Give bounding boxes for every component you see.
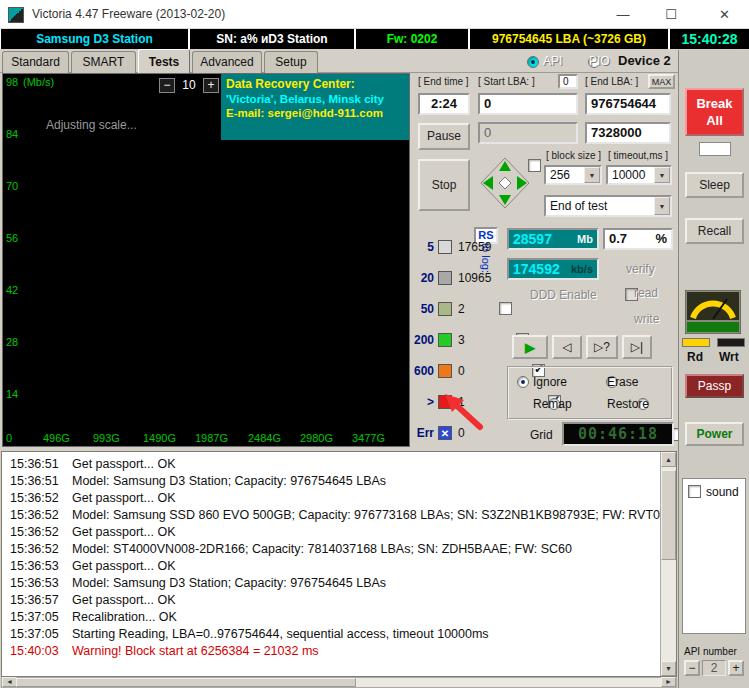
end-time-field[interactable]: 2:24 (418, 93, 470, 115)
timeout-value: 10000 (612, 168, 645, 182)
scroll-down-icon[interactable]: ▼ (661, 661, 676, 676)
data-recovery-banner: Data Recovery Center: 'Victoria', Belaru… (221, 74, 409, 140)
bucket-color-square (438, 364, 452, 378)
horizontal-scroll-thumb[interactable] (16, 678, 356, 687)
log-line: 15:36:52Get passport... OK (2, 524, 676, 541)
api-number-down-button[interactable]: − (684, 660, 700, 676)
write-label: write (634, 312, 659, 326)
tab-advanced[interactable]: Advanced (192, 51, 262, 73)
start-lba-mini-field[interactable]: 0 (558, 74, 578, 89)
log-time: 15:36:53 (10, 575, 72, 592)
tab-tests[interactable]: Tests (138, 49, 190, 73)
scale-minus-button[interactable]: − (159, 78, 175, 93)
log-text: Starting Reading, LBA=0..976754644, sequ… (72, 627, 489, 641)
y-axis-label: 98 (6, 76, 18, 88)
block-counter-field: 7328000 (585, 122, 671, 144)
scroll-up-icon[interactable]: ▲ (661, 452, 676, 467)
speed-graph: 98 (Mb/s) 84 70 56 42 28 14 0 496G 993G … (2, 73, 410, 447)
start-button[interactable]: ▶ (512, 335, 548, 359)
tab-setup[interactable]: Setup (264, 51, 318, 73)
percent-field: 0.7% (603, 228, 673, 250)
log-text: Get passport... OK (72, 559, 176, 573)
start-lba-field[interactable]: 0 (478, 93, 578, 115)
recall-button[interactable]: Recall (685, 218, 744, 244)
break-all-button[interactable]: Break All (685, 88, 744, 136)
log-vertical-scrollbar[interactable]: ▲ ▼ (660, 452, 676, 676)
rd-label: Rd (687, 350, 703, 364)
drive-info-strip: Samsung D3 Station SN: a% иD3 Station Fw… (0, 29, 749, 49)
stop-button[interactable]: Stop (418, 159, 470, 211)
block-size-select[interactable]: 256 ▼ (544, 165, 602, 185)
bucket-label: 50 (410, 302, 434, 316)
seek-question-button[interactable]: ▷? (586, 335, 618, 359)
title-bar: Victoria 4.47 Freeware (2013-02-20) — ☐ … (0, 0, 749, 29)
sound-panel: sound (682, 478, 746, 634)
sleep-button[interactable]: Sleep (685, 172, 744, 198)
scale-value: 10 (178, 78, 199, 92)
scroll-left-icon[interactable]: ◄ (2, 677, 17, 687)
bucket-color-square (438, 240, 452, 254)
dropdown-arrow-icon[interactable]: ▼ (584, 167, 600, 183)
end-of-test-select[interactable]: End of test ▼ (544, 195, 672, 217)
scroll-right-icon[interactable]: ► (661, 677, 676, 687)
bucket-log-checkbox[interactable] (499, 302, 512, 315)
log-time: 15:37:05 (10, 609, 72, 626)
scale-plus-button[interactable]: + (203, 78, 219, 93)
log-horizontal-scrollbar[interactable]: ◄ ► (1, 677, 677, 688)
max-button[interactable]: MAX (648, 74, 675, 89)
ddd-enable-label: DDD Enable (530, 288, 597, 302)
block-size-checkbox[interactable] (528, 159, 541, 172)
maximize-icon[interactable]: ☐ (648, 0, 694, 29)
y-axis-label: 42 (6, 284, 18, 296)
log-time: 15:37:05 (10, 626, 72, 643)
power-button[interactable]: Power (685, 422, 744, 446)
bucket-label: 5 (410, 240, 434, 254)
sound-checkbox[interactable] (688, 485, 701, 498)
x-axis-label: 3477G (352, 432, 385, 444)
x-axis-label: 496G (43, 432, 70, 444)
dropdown-arrow-icon[interactable]: ▼ (654, 197, 670, 215)
y-axis-label: 70 (6, 180, 18, 192)
bucket-label: Err (410, 426, 434, 440)
log-line: 15:37:05Starting Reading, LBA=0..9767546… (2, 626, 676, 643)
log-time: 15:36:51 (10, 473, 72, 490)
bucket-count: 2 (458, 302, 465, 316)
drive-capacity: 976754645 LBA (~3726 GB) (470, 29, 668, 49)
break-status-box (699, 142, 731, 156)
pause-button[interactable]: Pause (418, 123, 470, 150)
seek-end-button[interactable]: ▷| (622, 335, 652, 359)
seek-back-button[interactable]: ◁ (552, 335, 582, 359)
end-lba-label: [ End LBA: ] (585, 76, 638, 87)
api-radio[interactable] (527, 56, 539, 68)
log-text: Model: Samsung D3 Station; Capacity: 976… (72, 474, 386, 488)
tab-smart[interactable]: SMART (71, 51, 136, 73)
timeout-label: [ timeout,ms ] (608, 150, 668, 161)
bucket-color-square (438, 271, 452, 285)
log-time: 15:36:57 (10, 592, 72, 609)
dropdown-arrow-icon[interactable]: ▼ (654, 167, 670, 183)
bucket-label: 20 (410, 271, 434, 285)
window-title: Victoria 4.47 Freeware (2013-02-20) (32, 0, 225, 29)
jog-diamond-icon (478, 155, 532, 211)
log-time: 15:40:03 (10, 643, 72, 660)
timeout-select[interactable]: 10000 ▼ (606, 165, 672, 185)
activity-meter-icon (685, 290, 741, 334)
y-axis-label: 56 (6, 232, 18, 244)
vertical-scroll-thumb[interactable] (661, 470, 676, 560)
ignore-radio[interactable] (517, 376, 529, 388)
right-lower-panel: sound API number − 2 + (678, 450, 749, 688)
log-line: 15:36:52Model: Samsung SSD 860 EVO 500GB… (2, 507, 676, 524)
log-text: Get passport... OK (72, 593, 176, 607)
close-icon[interactable]: ✕ (700, 0, 749, 29)
api-number-up-button[interactable]: + (728, 660, 744, 676)
minimize-icon[interactable]: — (600, 0, 646, 29)
passp-button[interactable]: Passp (685, 374, 744, 398)
block-size-value: 256 (550, 168, 570, 182)
log-time: 15:36:52 (10, 507, 72, 524)
end-lba-field[interactable]: 976754644 (585, 93, 671, 115)
lba-jog-diamond[interactable] (478, 155, 532, 211)
tab-standard[interactable]: Standard (2, 51, 69, 73)
api-number-label: API number (684, 646, 737, 657)
log-time: 15:36:52 (10, 541, 72, 558)
log-text: Warning! Block start at 6256384 = 21032 … (72, 644, 319, 658)
